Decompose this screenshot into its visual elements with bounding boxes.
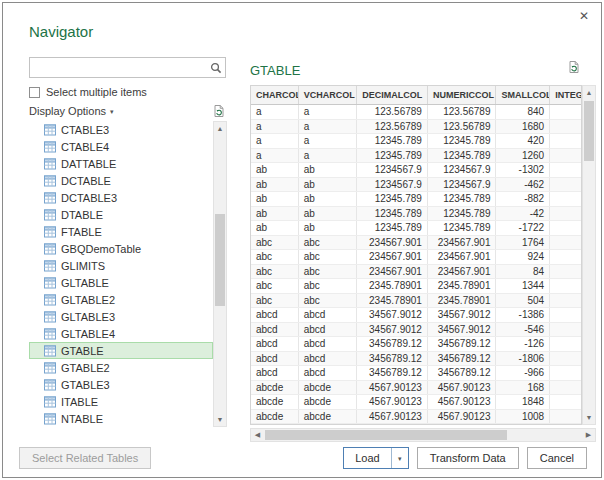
cell-vcharcol: a — [299, 105, 358, 119]
cell-integercol — [550, 323, 581, 337]
cell-charcol: abcd — [251, 366, 299, 380]
scroll-right-icon[interactable]: ▶ — [582, 429, 595, 441]
table-row: abc abc 234567.901 234567.901 84 — [251, 265, 581, 280]
cell-charcol: abcde — [251, 395, 299, 409]
cell-smallcol: -966 — [496, 366, 550, 380]
cell-vcharcol: abc — [299, 279, 358, 293]
cell-numericcol: 4567.90123 — [428, 410, 497, 424]
select-related-tables-button[interactable]: Select Related Tables — [19, 447, 151, 469]
cell-charcol: ab — [251, 207, 299, 221]
display-options-dropdown[interactable]: Display Options ▾ — [29, 105, 114, 117]
tree-item[interactable]: GLTABLE — [29, 274, 213, 291]
cell-numericcol: 3456789.12 — [428, 366, 497, 380]
transform-data-button[interactable]: Transform Data — [417, 447, 519, 469]
cell-decimalcol: 12345.789 — [357, 207, 428, 221]
table-row: abcd abcd 3456789.12 3456789.12 -966 — [251, 366, 581, 381]
dialog-title: Navigator — [29, 23, 93, 40]
tree-scrollbar[interactable]: ▲ ▼ — [213, 121, 227, 427]
cell-vcharcol: abcde — [299, 395, 358, 409]
tree-scrollbar-thumb[interactable] — [215, 214, 225, 306]
cell-integercol — [550, 207, 581, 221]
load-button[interactable]: Load — [344, 448, 390, 468]
cell-decimalcol: 34567.9012 — [357, 323, 428, 337]
cell-decimalcol: 2345.78901 — [357, 294, 428, 308]
tree-item[interactable]: NTABLE — [29, 410, 213, 427]
search-icon[interactable] — [207, 62, 225, 74]
tree-item[interactable]: GTABLE2 — [29, 359, 213, 376]
cell-integercol — [550, 105, 581, 119]
cell-smallcol: 1680 — [496, 120, 550, 134]
tree-items: CTABLE3 CTABLE4 DATTABLE — [29, 121, 213, 427]
preview-vscroll-thumb[interactable] — [584, 101, 594, 161]
column-header-integercol: INTEGERCOL — [550, 86, 581, 104]
select-multiple-checkbox[interactable] — [29, 87, 40, 98]
cell-integercol — [550, 236, 581, 250]
tree-item[interactable]: GLTABLE2 — [29, 291, 213, 308]
preview-refresh-icon[interactable] — [567, 60, 581, 74]
table-icon — [44, 379, 56, 391]
tree-item[interactable]: GLIMITS — [29, 257, 213, 274]
preview-vertical-scrollbar[interactable]: ▲ ▼ — [582, 85, 596, 425]
tree-item[interactable]: GBQDemoTable — [29, 240, 213, 257]
cell-integercol — [550, 381, 581, 395]
cell-integercol — [550, 395, 581, 409]
tree-item[interactable]: GTABLE3 — [29, 376, 213, 393]
preview-hscroll-thumb[interactable] — [265, 430, 507, 440]
scroll-up-icon[interactable]: ▲ — [583, 86, 595, 99]
tree-item[interactable]: CTABLE3 — [29, 121, 213, 138]
cell-smallcol: 504 — [496, 294, 550, 308]
cell-vcharcol: abc — [299, 236, 358, 250]
search-input[interactable] — [30, 58, 207, 77]
table-icon — [44, 328, 56, 340]
display-options-label: Display Options — [29, 105, 106, 117]
tree-item[interactable]: GTABLE — [29, 342, 213, 359]
table-row: a a 123.56789 123.56789 1680 — [251, 120, 581, 135]
table-row: abcd abcd 34567.9012 34567.9012 -546 — [251, 323, 581, 338]
cell-smallcol: -1806 — [496, 352, 550, 366]
cell-decimalcol: 234567.901 — [357, 236, 428, 250]
close-icon[interactable]: ✕ — [575, 7, 593, 25]
cell-vcharcol: abcde — [299, 381, 358, 395]
cell-numericcol: 123.56789 — [428, 120, 497, 134]
scroll-down-icon[interactable]: ▼ — [214, 413, 226, 426]
select-multiple-label[interactable]: Select multiple items — [46, 86, 147, 98]
tree-item[interactable]: CTABLE4 — [29, 138, 213, 155]
scroll-down-icon[interactable]: ▼ — [583, 411, 595, 424]
cell-vcharcol: abcde — [299, 410, 358, 424]
scroll-left-icon[interactable]: ◀ — [251, 429, 264, 441]
cancel-button[interactable]: Cancel — [527, 447, 587, 469]
tree-item[interactable]: ITABLE — [29, 393, 213, 410]
tree-item-label: NTABLE — [61, 413, 103, 425]
cell-decimalcol: 123.56789 — [357, 105, 428, 119]
cell-integercol — [550, 192, 581, 206]
tree-item[interactable]: DTABLE — [29, 206, 213, 223]
tree-item[interactable]: GLTABLE3 — [29, 308, 213, 325]
tree-item[interactable]: DCTABLE — [29, 172, 213, 189]
footer-actions: Load ▾ Transform Data Cancel — [343, 447, 587, 469]
preview-horizontal-scrollbar[interactable]: ◀ ▶ — [250, 428, 596, 442]
column-header-vcharcol: VCHARCOL — [299, 86, 358, 104]
table-row: abc abc 234567.901 234567.901 924 — [251, 250, 581, 265]
cell-smallcol: -1722 — [496, 221, 550, 235]
load-dropdown-button[interactable]: ▾ — [391, 448, 408, 468]
cell-integercol — [550, 221, 581, 235]
cell-numericcol: 2345.78901 — [428, 279, 497, 293]
cell-charcol: a — [251, 134, 299, 148]
tree-item[interactable]: DATTABLE — [29, 155, 213, 172]
table-row: abc abc 2345.78901 2345.78901 504 — [251, 294, 581, 309]
cell-smallcol: 84 — [496, 265, 550, 279]
cell-decimalcol: 123.56789 — [357, 120, 428, 134]
cell-integercol — [550, 410, 581, 424]
cell-decimalcol: 4567.90123 — [357, 410, 428, 424]
cell-smallcol: -546 — [496, 323, 550, 337]
tree-item[interactable]: GLTABLE4 — [29, 325, 213, 342]
tree-item[interactable]: DCTABLE3 — [29, 189, 213, 206]
cell-smallcol: -1386 — [496, 308, 550, 322]
scroll-up-icon[interactable]: ▲ — [214, 122, 226, 135]
cell-numericcol: 1234567.9 — [428, 178, 497, 192]
cell-smallcol: -1302 — [496, 163, 550, 177]
cell-decimalcol: 12345.789 — [357, 149, 428, 163]
tree-item[interactable]: FTABLE — [29, 223, 213, 240]
cell-integercol — [550, 294, 581, 308]
refresh-icon[interactable] — [212, 104, 226, 118]
